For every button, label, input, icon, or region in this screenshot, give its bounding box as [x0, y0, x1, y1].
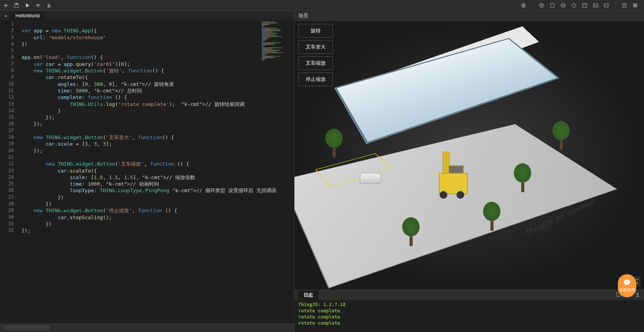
minimap[interactable]	[262, 22, 289, 68]
svg-point-13	[636, 5, 637, 6]
image-icon[interactable]	[593, 3, 598, 8]
play-icon[interactable]	[25, 3, 30, 8]
log-upload-icon[interactable]	[635, 292, 640, 298]
svg-point-5	[561, 4, 565, 6]
svg-point-4	[561, 3, 565, 7]
right-panel: 场景 旋转叉车变大叉车缩放停止缩放 ThingJS by uinnova	[294, 11, 644, 332]
tree	[325, 129, 343, 156]
scene-btn-1[interactable]: 叉车变大	[298, 40, 333, 54]
download-icon[interactable]	[46, 3, 52, 8]
toolbar	[0, 0, 644, 11]
svg-point-14	[634, 6, 635, 7]
tree	[402, 217, 420, 244]
log-line: ThingJS: 1.2.7.18	[298, 302, 640, 308]
car-model[interactable]	[360, 173, 381, 184]
code-editor[interactable]: 1234567891011121314151617181920212223242…	[0, 20, 294, 324]
log-tab[interactable]: 日志	[298, 290, 318, 300]
scene-header: 场景	[294, 11, 644, 21]
chat-label: 在线咨询	[619, 287, 635, 293]
scene-btn-3[interactable]: 停止缩放	[298, 72, 333, 86]
new-icon[interactable]	[3, 3, 8, 8]
tree	[514, 163, 531, 190]
tree	[552, 121, 570, 148]
sphere-icon[interactable]	[560, 3, 566, 8]
globe-icon[interactable]	[521, 3, 526, 8]
tab-bar: ◄ HelloWorld	[0, 11, 294, 20]
tab-helloworld[interactable]: HelloWorld	[9, 11, 46, 20]
log-line: rotate complete	[298, 320, 640, 326]
svg-point-9	[594, 4, 595, 5]
save-icon[interactable]	[14, 3, 19, 8]
scene-view[interactable]: 旋转叉车变大叉车缩放停止缩放 ThingJS by uinnova ThingJ…	[294, 21, 644, 290]
clock-icon[interactable]	[571, 3, 577, 8]
ground-plane	[294, 124, 617, 288]
status-bar	[0, 324, 294, 332]
log-line: rotate complete	[298, 308, 640, 314]
editor-panel: ◄ HelloWorld 123456789101112131415161718…	[0, 11, 294, 332]
svg-rect-7	[583, 3, 587, 7]
log-line: rotate complete	[298, 314, 640, 320]
chat-button[interactable]: 在线咨询	[618, 274, 636, 297]
note-icon[interactable]	[622, 3, 627, 8]
tree	[483, 202, 500, 229]
picture-icon[interactable]	[604, 3, 609, 8]
tab-prev-icon[interactable]: ◄	[2, 11, 9, 20]
forklift-model[interactable]	[435, 152, 472, 202]
settings-icon[interactable]	[632, 3, 638, 8]
share-icon[interactable]	[35, 3, 41, 8]
document-icon[interactable]	[550, 3, 555, 8]
scene-btn-0[interactable]: 旋转	[298, 24, 333, 38]
cube-icon[interactable]	[539, 3, 544, 8]
svg-point-12	[634, 3, 635, 5]
scene-btn-2[interactable]: 叉车缩放	[298, 56, 333, 70]
layout-icon[interactable]	[582, 3, 587, 8]
svg-rect-1	[15, 3, 17, 5]
log-panel: 日志 ThingJS: 1.2.7.18rotate completerotat…	[294, 290, 644, 332]
svg-rect-3	[551, 3, 554, 7]
